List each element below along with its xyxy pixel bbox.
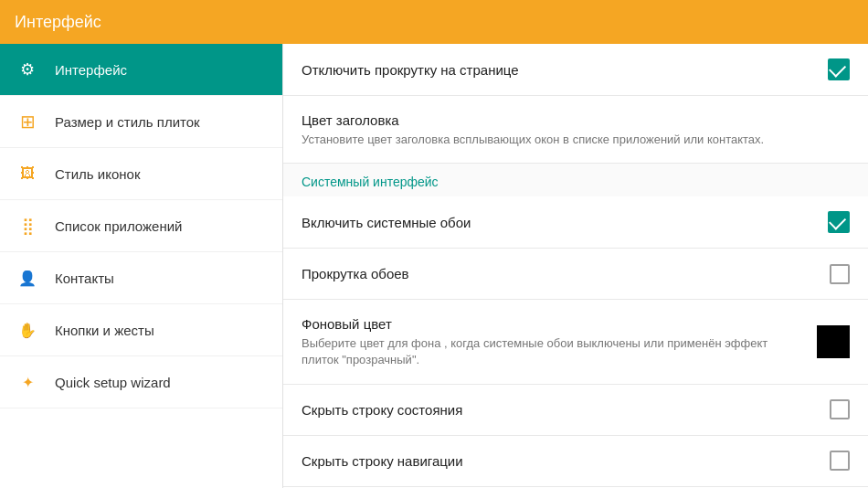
sidebar-item-label: Интерфейс [55, 62, 127, 78]
grid-icon [15, 109, 40, 134]
setting-title: Цвет заголовка [302, 111, 850, 130]
sidebar-item-icon-style[interactable]: Стиль иконок [0, 148, 282, 200]
gestures-icon [15, 317, 40, 343]
contacts-icon [15, 265, 40, 291]
checkbox-disable-scroll[interactable] [828, 58, 850, 80]
checkbox-wallpaper-scroll[interactable] [830, 264, 850, 284]
main-layout: Интерфейс Размер и стиль плиток Стиль ик… [0, 44, 868, 488]
sidebar: Интерфейс Размер и стиль плиток Стиль ик… [0, 44, 283, 488]
setting-hide-navbar[interactable]: Скрыть строку навигации [283, 436, 868, 487]
app-header: Интерфейс [0, 0, 868, 44]
setting-desc: Выберите цвет для фона , когда системные… [302, 335, 802, 368]
sidebar-item-gestures[interactable]: Кнопки и жесты [0, 304, 282, 356]
sidebar-item-tile-size[interactable]: Размер и стиль плиток [0, 96, 282, 148]
checkbox-unchecked-icon [830, 264, 850, 284]
setting-title: Скрыть строку состояния [302, 400, 815, 419]
checkbox-unchecked-icon [830, 399, 850, 419]
setting-desc: Установите цвет заголовка всплывающих ок… [302, 132, 850, 148]
sidebar-item-app-list[interactable]: Список приложений [0, 200, 282, 252]
apps-icon [15, 213, 40, 239]
image-icon [15, 161, 40, 186]
setting-hide-statusbar[interactable]: Скрыть строку состояния [283, 385, 868, 436]
setting-title: Фоновый цвет [302, 314, 802, 334]
checkbox-checked-icon [828, 211, 850, 233]
checkbox-hide-statusbar[interactable] [830, 399, 850, 419]
checkbox-system-wallpaper[interactable] [828, 211, 850, 233]
color-black-swatch [817, 325, 850, 358]
sidebar-item-label: Размер и стиль плиток [55, 114, 200, 130]
setting-bg-color[interactable]: Фоновый цвет Выберите цвет для фона , ко… [283, 300, 868, 384]
sidebar-item-label: Кнопки и жесты [55, 323, 154, 338]
content-area: Отключить прокрутку на странице Цвет заг… [283, 44, 868, 488]
section-system-interface: Системный интерфейс [283, 164, 868, 196]
sidebar-item-label: Стиль иконок [55, 166, 140, 182]
setting-wallpaper-scroll[interactable]: Прокрутка обоев [283, 249, 868, 300]
setting-header-color[interactable]: Цвет заголовка Установите цвет заголовка… [283, 96, 868, 164]
checkbox-checked-icon [828, 58, 850, 80]
color-swatch-bg[interactable] [817, 325, 850, 358]
sidebar-item-label: Quick setup wizard [55, 375, 171, 390]
gear-icon [15, 57, 40, 82]
setting-disable-scroll[interactable]: Отключить прокрутку на странице [283, 44, 868, 96]
checkbox-unchecked-icon [830, 451, 850, 471]
sidebar-item-label: Контакты [55, 271, 114, 286]
setting-title: Отключить прокрутку на странице [302, 60, 813, 80]
setting-title: Прокрутка обоев [302, 264, 815, 283]
sidebar-item-contacts[interactable]: Контакты [0, 252, 282, 304]
setting-system-wallpaper[interactable]: Включить системные обои [283, 196, 868, 249]
sidebar-item-label: Список приложений [55, 218, 182, 234]
sidebar-item-wizard[interactable]: Quick setup wizard [0, 356, 282, 408]
sidebar-item-interface[interactable]: Интерфейс [0, 44, 282, 96]
checkbox-hide-navbar[interactable] [830, 451, 850, 471]
setting-title: Включить системные обои [302, 213, 813, 232]
wizard-icon [15, 369, 40, 395]
app-title: Интерфейс [15, 13, 101, 32]
section-title: Системный интерфейс [302, 175, 850, 189]
setting-title: Скрыть строку навигации [302, 451, 815, 471]
